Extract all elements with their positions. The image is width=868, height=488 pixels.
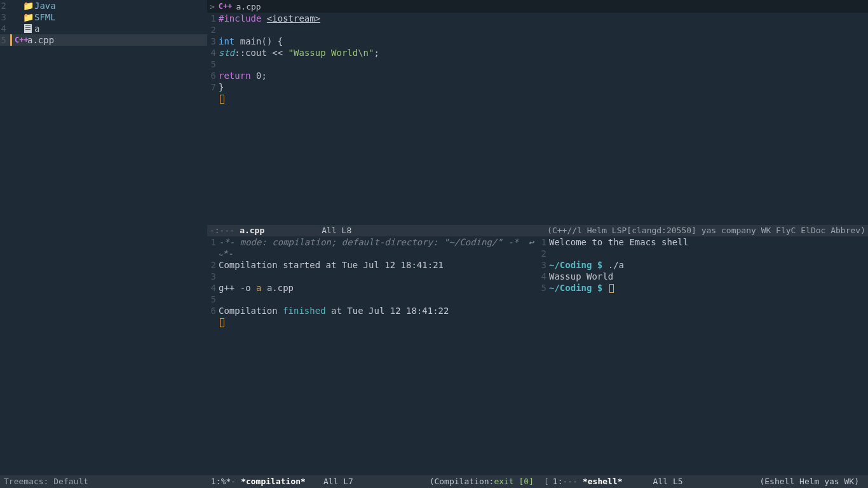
compilation-line: g++ -o a a.cpp <box>219 282 538 294</box>
editor-pane[interactable]: 1 2 3 4 5 6 7 #include <iostream> int ma… <box>207 13 868 225</box>
main-area: > C++ a.cpp 1 2 3 4 5 6 7 #include <iost… <box>207 0 868 463</box>
eshell-line <box>549 248 868 259</box>
code-line: std::cout << "Wassup World\n"; <box>219 47 868 58</box>
eshell-content[interactable]: Welcome to the Emacs shell ~/Coding $ ./… <box>549 236 868 463</box>
cursor-icon <box>220 318 224 327</box>
modeline-status: -:--- <box>210 225 234 236</box>
cpp-icon: C++ <box>15 34 27 46</box>
modeline-position: All L8 <box>322 225 351 236</box>
code-line: return 0; <box>219 70 868 81</box>
tree-label: a <box>34 23 39 34</box>
cpp-icon: C++ <box>219 2 233 11</box>
modeline-buffer-name: *eshell* <box>583 475 623 488</box>
tree-item-java[interactable]: 2 📁 Java <box>0 0 207 11</box>
eshell-line: ~/Coding $ <box>549 282 868 294</box>
compilation-line <box>219 294 538 305</box>
code-line <box>219 24 868 36</box>
modeline-status: 1:--- <box>553 475 578 488</box>
eshell-pane[interactable]: 1 2 3 4 5 Welcome to the Emacs shell ~/C… <box>538 236 868 463</box>
compilation-pane[interactable]: 1 2 3 4 5 6 -*- mode: compilation; defau… <box>207 236 538 463</box>
tree-label: a.cpp <box>27 34 54 46</box>
compilation-content: -*- mode: compilation; default-directory… <box>219 236 538 463</box>
eshell-line: Welcome to the Emacs shell <box>549 236 868 248</box>
tree-item-sfml[interactable]: 3 📁 SFML <box>0 11 207 23</box>
compilation-line: Compilation started at Tue Jul 12 18:41:… <box>219 259 538 271</box>
code-line: } <box>219 81 868 93</box>
folder-icon: 📁 <box>22 11 34 23</box>
code-line: int main() { <box>219 36 868 47</box>
tab-name[interactable]: a.cpp <box>236 2 261 11</box>
modeline-status: 1:%*- <box>211 475 236 488</box>
modeline-position: All L7 <box>323 475 353 488</box>
cursor-icon <box>220 95 224 104</box>
modeline-compilation: 1:%*- *compilation* All L7 (Compilation:… <box>207 475 538 488</box>
modeline-position: All L5 <box>653 475 683 488</box>
line-gutter: 1 2 3 4 5 6 <box>207 236 219 463</box>
compilation-line <box>219 271 538 282</box>
compilation-line: Compilation finished at Tue Jul 12 18:41… <box>219 305 538 316</box>
modeline-eshell: [ 1:--- *eshell* All L5 (Eshell Helm yas… <box>538 475 868 488</box>
cursor-icon <box>609 284 614 293</box>
tree-item-a[interactable]: 4 a <box>0 23 207 34</box>
bottom-modeline: Treemacs: Default 1:%*- *compilation* Al… <box>0 475 868 488</box>
file-icon <box>24 24 32 33</box>
lower-split: 1 2 3 4 5 6 -*- mode: compilation; defau… <box>207 236 868 463</box>
tree-label: SFML <box>34 11 56 23</box>
folder-icon: 📁 <box>22 0 34 11</box>
code-line: #include <iostream> <box>219 13 868 24</box>
line-gutter: 1 2 3 4 5 <box>538 236 549 463</box>
tree-item-a-cpp[interactable]: 5 C++ a.cpp <box>0 34 207 46</box>
tab-bar[interactable]: > C++ a.cpp <box>207 0 868 13</box>
modeline-modes: (Eshell Helm yas WK) <box>759 475 859 488</box>
modeline-editor: -:--- a.cpp All L8 (C++//l Helm LSP[clan… <box>207 225 868 236</box>
line-gutter: 1 2 3 4 5 6 7 <box>207 13 219 225</box>
modeline-buffer-name: *compilation* <box>241 475 306 488</box>
treemacs-sidebar[interactable]: 2 📁 Java 3 📁 SFML 4 a 5 C++ a.cpp <box>0 0 207 463</box>
modeline-buffer-name: a.cpp <box>240 225 264 236</box>
tab-angle-icon: > <box>210 2 215 11</box>
modeline-treemacs: Treemacs: Default <box>0 475 207 488</box>
selection-bar <box>10 34 12 46</box>
code-line <box>219 58 868 70</box>
eshell-line: ~/Coding $ ./a <box>549 259 868 271</box>
modeline-modes: (C++//l Helm LSP[clangd:20550] yas compa… <box>547 225 865 236</box>
compilation-line: ↪*- <box>219 248 538 259</box>
code-content[interactable]: #include <iostream> int main() { std::co… <box>219 13 868 225</box>
modeline-modes: (Compilation:exit [0] <box>430 475 534 488</box>
eshell-line: Wassup World <box>549 271 868 282</box>
compilation-line: -*- mode: compilation; default-directory… <box>219 236 538 248</box>
wrap-glyph-icon: ↩ <box>529 236 534 248</box>
tree-label: Java <box>34 0 56 11</box>
